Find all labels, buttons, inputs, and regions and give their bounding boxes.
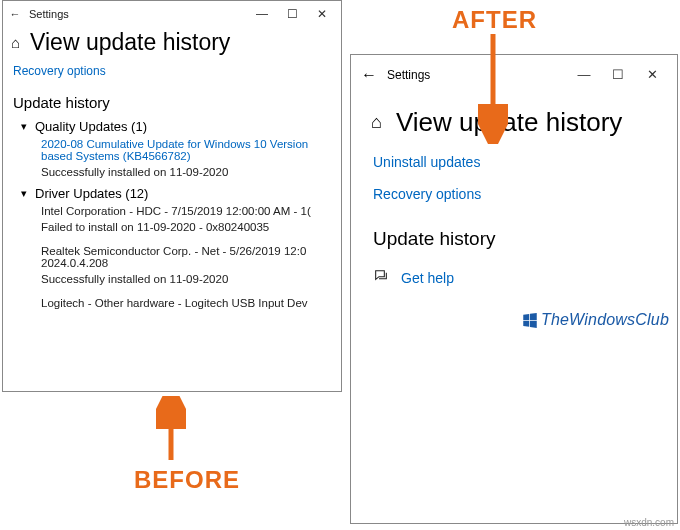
before-label: BEFORE — [134, 466, 240, 494]
arrow-down-icon — [478, 34, 508, 144]
category-quality-updates[interactable]: ▾ Quality Updates (1) — [3, 115, 341, 136]
minimize-button[interactable]: — — [567, 62, 601, 88]
chevron-down-icon: ▾ — [21, 120, 27, 133]
arrow-up-icon — [156, 396, 186, 466]
before-window: ← Settings — ☐ ✕ ⌂ View update history R… — [2, 0, 342, 392]
uninstall-updates-link[interactable]: Uninstall updates — [351, 144, 677, 176]
page-heading: ⌂ View update history — [3, 27, 341, 62]
category-driver-updates[interactable]: ▾ Driver Updates (12) — [3, 182, 341, 203]
close-button[interactable]: ✕ — [635, 62, 669, 88]
update-status: Failed to install on 11-09-2020 - 0x8024… — [3, 219, 341, 237]
watermark: TheWindowsClub — [521, 311, 669, 329]
app-title: Settings — [387, 68, 430, 82]
get-help-link[interactable]: Get help — [401, 270, 454, 286]
update-item: Logitech - Other hardware - Logitech USB… — [3, 295, 341, 311]
attribution: wsxdn.com — [624, 517, 674, 528]
update-status: Successfully installed on 11-09-2020 — [3, 271, 341, 289]
chevron-down-icon: ▾ — [21, 187, 27, 200]
update-item: Realtek Semiconductor Corp. - Net - 5/26… — [3, 243, 341, 271]
recovery-options-link[interactable]: Recovery options — [351, 176, 677, 208]
chat-icon — [373, 268, 389, 287]
titlebar: ← Settings — ☐ ✕ — [351, 55, 677, 95]
page-heading: ⌂ View update history — [351, 105, 677, 144]
update-item: Intel Corporation - HDC - 7/15/2019 12:0… — [3, 203, 341, 219]
section-title: Update history — [351, 208, 677, 258]
logo-icon — [521, 311, 539, 329]
category-label: Quality Updates (1) — [35, 119, 147, 134]
minimize-button[interactable]: — — [247, 1, 277, 27]
update-status: Successfully installed on 11-09-2020 — [3, 164, 341, 182]
section-title: Update history — [3, 80, 341, 115]
close-button[interactable]: ✕ — [307, 1, 337, 27]
back-icon[interactable]: ← — [359, 66, 387, 84]
back-icon[interactable]: ← — [7, 8, 23, 20]
after-label: AFTER — [452, 6, 537, 34]
home-icon[interactable]: ⌂ — [11, 34, 20, 51]
recovery-options-link[interactable]: Recovery options — [3, 62, 341, 80]
update-item-link[interactable]: 2020-08 Cumulative Update for Windows 10… — [3, 136, 341, 164]
page-title: View update history — [396, 107, 622, 138]
page-title: View update history — [30, 29, 230, 56]
home-icon[interactable]: ⌂ — [371, 112, 382, 133]
app-title: Settings — [23, 8, 69, 20]
category-label: Driver Updates (12) — [35, 186, 148, 201]
maximize-button[interactable]: ☐ — [601, 62, 635, 88]
after-window: ← Settings — ☐ ✕ ⌂ View update history U… — [350, 54, 678, 524]
get-help-row[interactable]: Get help — [351, 258, 677, 297]
titlebar: ← Settings — ☐ ✕ — [3, 1, 341, 27]
maximize-button[interactable]: ☐ — [277, 1, 307, 27]
